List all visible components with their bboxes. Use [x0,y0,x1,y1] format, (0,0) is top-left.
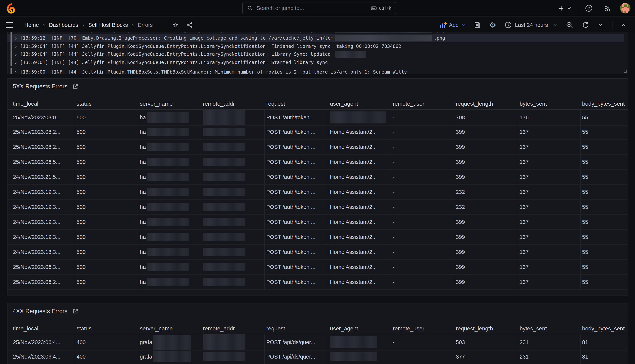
breadcrumb-item-dashboards[interactable]: Dashboards [49,22,78,28]
table-cell-time_local: 24/Nov/2023:19:3... [8,215,75,230]
table-cell-user_agent: Home Assistant/2... [328,170,391,185]
cell-text: POST /auth/token ... [266,159,316,165]
grafana-logo-icon[interactable] [6,3,16,14]
panel-title[interactable]: 5XX Requests Errors [13,83,67,90]
table-cell-time_local: 25/Nov/2023:08:2... [8,140,75,154]
cell-text: 137 [520,159,528,165]
cell-text: 399 [456,264,465,270]
table-cell-bytes_sent: 137 [518,260,580,275]
cell-text: Home Assistant/2... [330,204,377,210]
column-header-server_name[interactable]: server_name [138,98,201,109]
table-row: 25/Nov/2023:06:5...500haPOST /auth/token… [8,154,628,170]
4xx-requests-errors-panel: 4XX Requests Errors time_localstatusserv… [7,303,628,364]
redacted-text [203,203,245,211]
column-header-server_name[interactable]: server_name [138,323,201,334]
breadcrumb-item-home[interactable]: Home [24,22,39,28]
column-header-request_length[interactable]: request_length [454,323,518,334]
column-header-time_local[interactable]: time_local [8,323,75,334]
column-header-bytes_sent[interactable]: bytes_sent [518,98,580,109]
collapse-chevron-up-icon[interactable] [621,22,626,28]
column-header-remote_user[interactable]: remote_user [391,98,454,109]
expand-log-line-icon[interactable]: › [14,69,17,74]
add-panel-button[interactable]: Add [440,22,466,28]
user-avatar[interactable] [620,3,630,14]
log-line[interactable]: ›[13:59:04] [INF] [44] Jellyfin.Plugin.K… [8,50,624,58]
cell-text: 137 [520,249,528,255]
save-dashboard-icon[interactable] [474,21,481,29]
table-cell-bytes_sent: 231 [518,349,580,364]
expand-log-line-icon[interactable]: › [14,60,17,65]
cell-text: 399 [456,159,465,165]
refresh-icon[interactable] [582,21,590,29]
cell-text: - [393,264,394,270]
table-cell-remote_user: - [391,260,454,275]
column-header-request[interactable]: request [265,98,328,109]
menu-hamburger-icon[interactable] [6,22,13,28]
log-line[interactable]: ›[13:59:01] [INF] [44] Jellyfin.Plugin.K… [8,58,624,66]
cell-text: Home Assistant/2... [330,219,377,225]
column-header-user_agent[interactable]: user_agent [328,323,391,334]
zoom-out-icon[interactable] [566,21,574,29]
panel-resize-handle[interactable] [624,70,626,73]
refresh-interval-chevron-down-icon[interactable] [598,22,603,28]
log-line[interactable]: ›[13:59:00] [INF] [44] Jellyfin.Plugin.T… [8,68,624,74]
time-range-picker[interactable]: Last 24 hours [504,21,557,29]
expand-log-line-icon[interactable]: › [14,32,17,33]
column-header-request[interactable]: request [265,323,328,334]
search-input[interactable] [256,5,371,12]
cell-text: ha [140,234,146,240]
table-cell-remote_user: - [391,140,454,154]
log-level-accent-bar [10,34,12,42]
log-line[interactable]: ›[13:59:04] [INF] [44] Jellyfin.Plugin.K… [8,42,624,50]
expand-log-line-icon[interactable]: › [14,43,17,49]
column-header-time_local[interactable]: time_local [8,98,75,109]
table-cell-server_name: ha [138,185,201,200]
cell-text: 24/Nov/2023:19:3... [13,189,60,195]
column-header-remote_user[interactable]: remote_user [391,323,454,334]
table-cell-status: 500 [75,200,138,215]
column-header-user_agent[interactable]: user_agent [328,98,391,109]
help-icon[interactable]: ? [585,4,593,12]
breadcrumb-item-self-host-blocks[interactable]: Self Host Blocks [88,22,128,28]
table-cell-server_name: ha [138,215,201,230]
column-header-request_length[interactable]: request_length [454,98,518,109]
table-cell-request: POST /api/ds/quer... [265,334,328,350]
expand-log-line-icon[interactable]: › [14,52,17,57]
new-item-button[interactable]: + [559,4,564,12]
external-link-icon[interactable] [72,83,78,90]
redacted-text [147,248,189,256]
log-line[interactable]: ›[13:59:12] [INF] [70] Emby.Drawing.Imag… [8,34,624,42]
table-cell-remote_user: - [391,245,454,260]
table-cell-remote_addr [201,245,265,260]
favorite-star-icon[interactable]: ☆ [173,21,179,29]
table-cell-remote_addr [201,110,265,126]
column-header-bytes_sent[interactable]: bytes_sent [518,323,580,334]
global-search[interactable]: ctrl+k [242,2,396,14]
redacted-text [153,351,191,362]
cell-text: 55 [582,279,588,285]
column-header-status[interactable]: status [75,98,138,109]
share-icon[interactable] [186,21,194,29]
log-line-text: [13:59:04] [INF] [44] Jellyfin.Plugin.Ko… [20,51,624,58]
news-rss-icon[interactable] [604,4,612,12]
cell-text: 400 [76,354,86,360]
breadcrumb-separator-icon: › [82,22,84,28]
column-header-status[interactable]: status [75,323,138,334]
table-cell-bytes_sent: 137 [518,140,580,154]
expand-log-line-icon[interactable]: › [14,35,17,41]
cell-text: POST /auth/token ... [266,144,316,150]
column-header-remote_addr[interactable]: remote_addr [201,98,265,109]
column-header-remote_addr[interactable]: remote_addr [201,323,265,334]
external-link-icon[interactable] [72,308,78,314]
panel-title[interactable]: 4XX Requests Errors [13,308,67,315]
dashboard-settings-gear-icon[interactable]: ⚙ [490,21,496,29]
column-header-body_bytes_sent[interactable]: body_bytes_sent [580,323,628,334]
cell-text: POST /api/ds/quer... [266,354,315,360]
redacted-text [147,278,189,286]
column-header-body_bytes_sent[interactable]: body_bytes_sent [580,98,628,109]
log-line[interactable]: ›[13:59:12] [INF] [70] Emby.Drawing.Imag… [8,32,624,34]
new-item-chevron-down-icon[interactable] [567,6,572,11]
cell-text: 399 [456,234,465,240]
table-cell-remote_user: - [391,215,454,230]
table-cell-request_length: 399 [454,124,518,140]
